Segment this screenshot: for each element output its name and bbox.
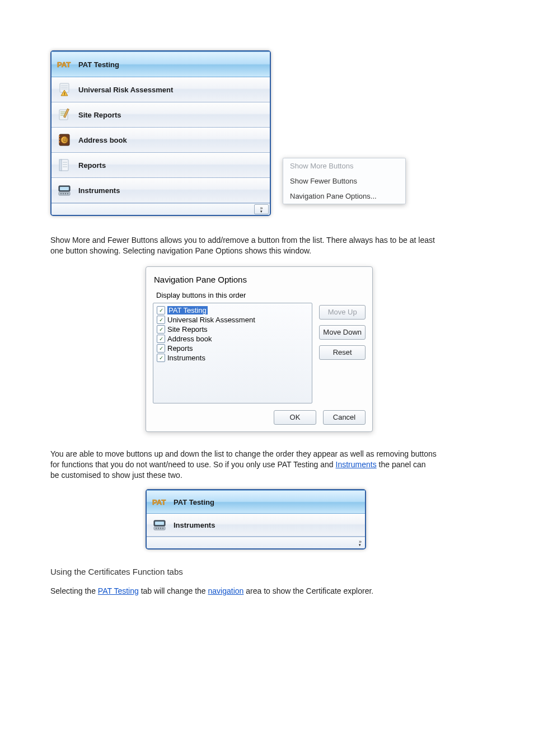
section-title: Using the Certificates Function tabs <box>50 566 437 577</box>
text: area to show the Certificate explorer. <box>246 586 373 595</box>
list-item-label: Address book <box>167 335 212 343</box>
list-item-label: Reports <box>167 344 193 353</box>
nav-item-instruments[interactable]: Instruments <box>147 514 365 537</box>
paragraph: Selecting the PAT Testing tab will chang… <box>50 586 437 597</box>
checkbox-icon[interactable]: ✓ <box>157 344 165 353</box>
nav-options-dialog: Navigation Pane Options Display buttons … <box>146 266 373 432</box>
list-item-label: Site Reports <box>167 325 208 334</box>
svg-point-35 <box>158 528 159 529</box>
nav-footer: » ▾ <box>51 203 270 215</box>
chevron-down-icon: ▾ <box>359 544 361 546</box>
svg-text:@: @ <box>63 137 68 143</box>
list-item[interactable]: ✓ Address book <box>156 334 310 344</box>
nav-item-universal-risk[interactable]: ! Universal Risk Assessment <box>51 77 270 102</box>
svg-point-34 <box>156 528 157 529</box>
svg-text:PAT: PAT <box>57 60 71 69</box>
pencil-doc-icon <box>56 106 73 123</box>
buttons-order-listbox[interactable]: ✓ PAT Testing ✓ Universal Risk Assessmen… <box>153 303 312 403</box>
svg-point-37 <box>162 528 163 529</box>
svg-rect-32 <box>155 522 164 525</box>
nav-item-instruments[interactable]: Instruments <box>51 178 270 203</box>
text: Selecting the <box>50 586 98 595</box>
checkbox-icon[interactable]: ✓ <box>157 306 165 314</box>
nav-item-pat-testing[interactable]: PAT PAT Testing <box>147 490 365 514</box>
pat-icon: PAT <box>56 56 73 73</box>
list-item[interactable]: ✓ Reports <box>156 344 310 353</box>
menu-show-more: Show More Buttons <box>283 158 405 173</box>
checkbox-icon[interactable]: ✓ <box>157 335 165 343</box>
list-item-label: Instruments <box>167 354 205 362</box>
menu-nav-options[interactable]: Navigation Pane Options... <box>283 189 405 204</box>
warning-doc-icon: ! <box>56 81 73 98</box>
overflow-menu: Show More Buttons Show Fewer Buttons Nav… <box>283 158 406 204</box>
nav-item-label: Site Reports <box>78 111 121 119</box>
ok-button[interactable]: OK <box>274 410 316 425</box>
move-up-button[interactable]: Move Up <box>319 305 366 320</box>
nav-item-reports[interactable]: Reports <box>51 153 270 178</box>
nav-item-label: Universal Risk Assessment <box>78 86 173 94</box>
navigation-pane: PAT PAT Testing ! <box>50 50 271 216</box>
navigation-pane: PAT PAT Testing Ins <box>146 489 366 550</box>
svg-text:!: ! <box>64 91 65 96</box>
cancel-button[interactable]: Cancel <box>323 410 366 425</box>
nav-item-label: Reports <box>78 161 106 170</box>
reports-icon <box>56 157 73 173</box>
svg-text:PAT: PAT <box>152 498 166 506</box>
move-down-button[interactable]: Move Down <box>319 325 366 340</box>
nav-item-label: Instruments <box>78 186 120 195</box>
svg-point-36 <box>160 528 161 529</box>
list-item[interactable]: ✓ Site Reports <box>156 325 310 334</box>
list-item[interactable]: ✓ PAT Testing <box>156 306 310 315</box>
overflow-button[interactable]: » ▾ <box>254 204 269 214</box>
chevron-down-icon: ▾ <box>260 210 263 213</box>
menu-show-fewer[interactable]: Show Fewer Buttons <box>283 173 405 189</box>
nav-item-label: PAT Testing <box>174 498 214 506</box>
navigation-link[interactable]: navigation <box>208 586 244 595</box>
checkbox-icon[interactable]: ✓ <box>157 325 165 334</box>
nav-item-label: Address book <box>78 136 127 144</box>
nav-item-address-book[interactable]: @ Address book <box>51 128 270 153</box>
nav-item-pat-testing[interactable]: PAT PAT Testing <box>51 51 270 77</box>
pat-testing-link[interactable]: PAT Testing <box>98 586 139 595</box>
svg-point-29 <box>67 193 68 194</box>
instruments-icon <box>56 182 73 199</box>
svg-rect-14 <box>59 138 60 140</box>
pat-icon: PAT <box>151 494 168 510</box>
list-item-label: Universal Risk Assessment <box>167 316 255 324</box>
paragraph: You are able to move buttons up and down… <box>50 449 437 481</box>
paragraph: Show More and Fewer Buttons allows you t… <box>50 235 437 256</box>
nav-item-label: Instruments <box>174 521 215 529</box>
svg-rect-19 <box>59 159 62 171</box>
svg-rect-13 <box>59 135 60 137</box>
svg-rect-15 <box>59 141 60 143</box>
dialog-title: Navigation Pane Options <box>153 273 366 289</box>
instruments-icon <box>151 516 168 533</box>
dialog-sublabel: Display buttons in this order <box>153 289 366 303</box>
address-book-icon: @ <box>56 132 73 148</box>
svg-rect-24 <box>60 187 69 190</box>
checkbox-icon[interactable]: ✓ <box>157 354 165 362</box>
checkbox-icon[interactable]: ✓ <box>157 316 165 324</box>
nav-item-site-reports[interactable]: Site Reports <box>51 102 270 128</box>
svg-point-27 <box>63 193 64 194</box>
nav-item-label: PAT Testing <box>78 60 119 69</box>
list-item[interactable]: ✓ Instruments <box>156 353 310 363</box>
list-item-label: PAT Testing <box>167 306 208 314</box>
text: tab will change the <box>141 586 208 595</box>
svg-point-28 <box>65 193 66 194</box>
nav-footer: » ▾ <box>147 537 365 548</box>
overflow-button[interactable]: » ▾ <box>359 537 362 548</box>
reset-button[interactable]: Reset <box>319 345 366 360</box>
list-item[interactable]: ✓ Universal Risk Assessment <box>156 315 310 325</box>
instruments-link[interactable]: Instruments <box>336 460 377 469</box>
svg-point-26 <box>60 193 62 194</box>
